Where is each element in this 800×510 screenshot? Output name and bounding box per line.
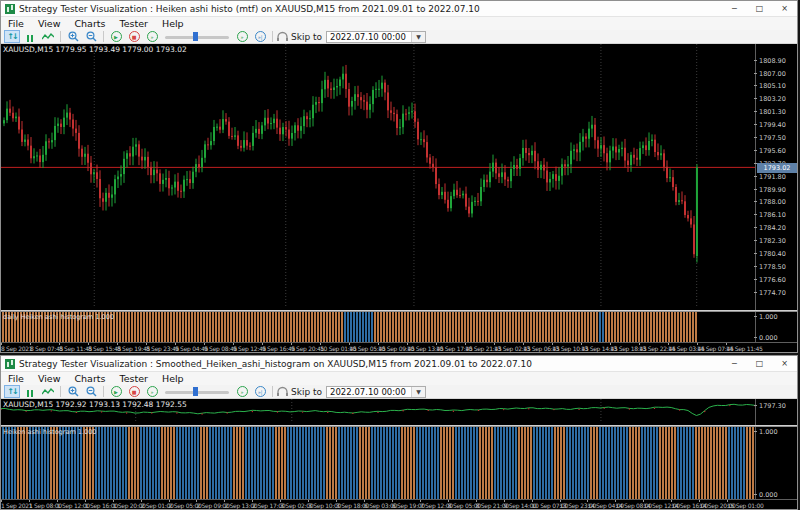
time-label: 1 Sep 2021 [1, 502, 32, 509]
menu-view[interactable]: View [31, 372, 68, 385]
maximize-button[interactable]: □ [747, 356, 772, 371]
histogram-tick: 0.000 [759, 491, 778, 499]
stop-icon: ■ [129, 31, 140, 42]
speed-slider[interactable] [165, 31, 229, 42]
strategy-tester-window-top: Strategy Tester Visualization : Heiken a… [0, 0, 798, 353]
close-button[interactable]: × [772, 356, 797, 371]
skip-to-label: Skip to [291, 387, 322, 397]
title-bar[interactable]: Strategy Tester Visualization : Smoothed… [1, 356, 797, 372]
fast-forward-button[interactable]: » [144, 385, 160, 398]
histogram-axis[interactable]: 1.0000.000 [755, 312, 797, 342]
zoom-out-icon [86, 386, 97, 397]
app-icon [5, 4, 15, 14]
menu-charts[interactable]: Charts [67, 17, 112, 30]
time-label: 8 Sep 2021 [1, 345, 32, 352]
price-tick: 1784.20 [759, 224, 786, 232]
histogram-subwindow[interactable] [1, 312, 755, 342]
ohlc-readout: XAUUSD,M15 1792.92 1793.13 1792.48 1792.… [3, 400, 187, 409]
autoscale-button[interactable]: ↑↓ [4, 30, 20, 43]
price-tick: 1789.90 [759, 186, 786, 194]
minimize-button[interactable]: ─ [722, 356, 747, 371]
menu-charts[interactable]: Charts [67, 372, 112, 385]
time-label: 8 Sep 11:45 [59, 345, 92, 352]
menu-help[interactable]: Help [155, 372, 191, 385]
fast-forward-button[interactable]: » [144, 30, 160, 43]
chart-stack: XAUUSD,M15 1779.95 1793.49 1779.00 1793.… [1, 44, 797, 352]
zoom-in-button[interactable] [65, 30, 81, 43]
step-forward-button[interactable]: » [234, 30, 250, 43]
speed-slider-handle[interactable] [193, 387, 198, 396]
skip-to-field: ▼ [326, 386, 426, 398]
skip-end-button[interactable]: »| [252, 30, 268, 43]
play-button[interactable]: ▶ [108, 30, 124, 43]
skip-end-button[interactable]: »| [252, 385, 268, 398]
stop-button[interactable]: ■ [126, 30, 142, 43]
time-label: 15 Sep 01:00 [727, 502, 763, 509]
calendar-dropdown-button[interactable]: ▼ [411, 32, 425, 42]
price-tick: 1791.80 [759, 173, 786, 181]
price-tick: 1782.30 [759, 237, 786, 245]
price-axis[interactable]: 1797.30 [755, 399, 797, 425]
step-forward-icon: » [237, 31, 248, 42]
menu-tester[interactable]: Tester [113, 372, 155, 385]
price-tick: 1778.50 [759, 263, 786, 271]
close-button[interactable]: × [772, 1, 797, 16]
histogram-axis[interactable]: 1.0000.000 [755, 427, 797, 499]
speed-slider-handle[interactable] [193, 32, 198, 41]
zigzag-icon [42, 32, 54, 41]
menu-view[interactable]: View [31, 17, 68, 30]
skip-end-icon: »| [255, 386, 266, 397]
time-label: 9 Sep 08:45 [204, 345, 237, 352]
stop-button[interactable]: ■ [126, 385, 142, 398]
time-axis[interactable]: 8 Sep 20218 Sep 07:458 Sep 11:458 Sep 15… [1, 343, 797, 352]
autoscale-button[interactable]: ↑↓ [4, 385, 20, 398]
zoom-out-button[interactable] [83, 385, 99, 398]
minimize-button[interactable]: ─ [722, 1, 747, 16]
indicator-label: daily Heiken ashi histogram 1.000 [3, 313, 114, 321]
time-label: 8 Sep 15:45 [88, 345, 121, 352]
histogram-subwindow[interactable] [1, 427, 755, 499]
speed-slider[interactable] [165, 386, 229, 397]
candlestick-chart[interactable] [1, 44, 755, 308]
menu-help[interactable]: Help [155, 17, 191, 30]
fast-forward-icon: » [147, 386, 158, 397]
price-axis[interactable]: 1808.901807.001805.101803.201801.301799.… [755, 44, 797, 310]
time-axis[interactable]: 1 Sep 20211 Sep 08:001 Sep 12:001 Sep 16… [1, 500, 797, 509]
pause-button[interactable] [22, 385, 38, 398]
time-label: 8 Sep 19:45 [117, 345, 150, 352]
pause-button[interactable] [22, 30, 38, 43]
fast-forward-icon: » [147, 31, 158, 42]
play-button[interactable]: ▶ [108, 385, 124, 398]
menu-tester[interactable]: Tester [113, 17, 155, 30]
price-tick: 1780.40 [759, 250, 786, 258]
calendar-dropdown-button[interactable]: ▼ [411, 387, 425, 397]
skip-to-date-input[interactable] [327, 387, 411, 397]
tick-chart-button[interactable] [40, 30, 56, 43]
headphones-icon [276, 386, 289, 397]
price-tick: 1774.70 [759, 289, 786, 297]
zoom-in-button[interactable] [65, 385, 81, 398]
zoom-in-icon [68, 386, 79, 397]
time-label: 9 Sep 12:45 [233, 345, 266, 352]
app-icon [5, 359, 15, 369]
skip-to-label: Skip to [291, 32, 322, 42]
step-forward-button[interactable]: » [234, 385, 250, 398]
price-tick: 1797.30 [759, 402, 786, 410]
price-tick: 1797.50 [759, 134, 786, 142]
price-tick: 1801.30 [759, 108, 786, 116]
play-icon: ▶ [111, 31, 122, 42]
sort-arrows-icon: ↑↓ [7, 32, 16, 41]
time-label: 8 Sep 23:45 [146, 345, 179, 352]
maximize-button[interactable]: □ [747, 1, 772, 16]
time-label: 14 Sep 11:45 [726, 345, 762, 352]
skip-to-date-input[interactable] [327, 32, 411, 42]
indicator-label: Heiken ashi histogram 1.000 [3, 428, 96, 436]
time-label: 8 Sep 07:45 [30, 345, 63, 352]
headphones-icon [276, 31, 289, 42]
zoom-out-button[interactable] [83, 30, 99, 43]
toolbar: ↑↓ ▶ ■ » » »| Skip to ▼ [1, 385, 797, 399]
title-bar[interactable]: Strategy Tester Visualization : Heiken a… [1, 1, 797, 17]
time-label: 9 Sep 16:45 [262, 345, 295, 352]
tick-chart-button[interactable] [40, 385, 56, 398]
ohlc-readout: XAUUSD,M15 1779.95 1793.49 1779.00 1793.… [3, 45, 187, 54]
